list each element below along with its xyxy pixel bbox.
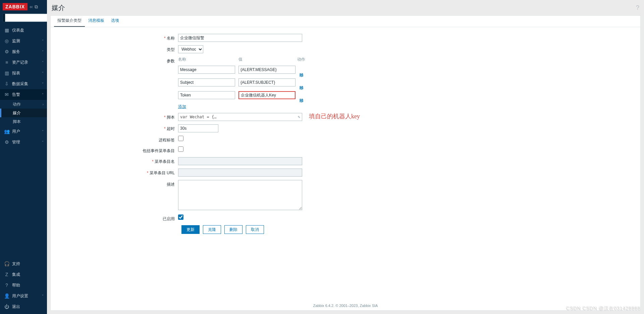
nav-item[interactable]: ▥报表˅ — [0, 68, 47, 78]
nav-label: 告警 — [12, 92, 20, 98]
add-param-link[interactable]: 添加 — [178, 104, 186, 109]
brand-logo[interactable]: ZABBIX — [3, 3, 28, 10]
cancel-button[interactable]: 取消 — [246, 225, 264, 234]
collapse-icon[interactable]: ‹‹ — [30, 4, 33, 9]
nav-icon: 👤 — [3, 293, 10, 299]
content-box: 报警媒介类型消息模板选项 名称 类型 Webhook 参数 名称 值 — [50, 15, 641, 311]
timeout-input[interactable] — [178, 124, 218, 132]
nav-icon: ▦ — [3, 27, 10, 33]
nav-label: 资产记录 — [12, 60, 28, 65]
nav-bottom-item[interactable]: Z集成 — [0, 269, 47, 280]
param-name-input[interactable] — [178, 91, 235, 99]
chevron-icon: ˅ — [42, 71, 44, 75]
label-name: 名称 — [54, 34, 178, 42]
nav-item[interactable]: ⚙服务˅ — [0, 46, 47, 57]
nav-item[interactable]: ⚙管理˅ — [0, 137, 47, 147]
param-value-input[interactable] — [238, 91, 296, 99]
nav-icon: ? — [3, 282, 10, 288]
nav-label: 集成 — [12, 272, 20, 277]
param-value-input[interactable] — [238, 78, 296, 86]
annotation-text: 填自己的机器人key — [309, 112, 360, 120]
nav-item[interactable]: ≡资产记录˅ — [0, 57, 47, 68]
enabled-checkbox[interactable] — [178, 214, 183, 220]
nav-item[interactable]: ◎监测˅ — [0, 36, 47, 46]
nav-item[interactable]: ✉告警˄ — [0, 89, 47, 100]
label-script: 脚本 — [54, 113, 178, 121]
chevron-icon: ˅ — [42, 130, 44, 133]
clone-button[interactable]: 克隆 — [203, 225, 221, 234]
tab[interactable]: 消息模板 — [85, 15, 108, 27]
nav-sub-item[interactable]: 脚本 — [0, 117, 47, 126]
nav-icon: 🎧 — [3, 261, 10, 266]
sidebar-top: ZABBIX ‹‹ ⧉ — [0, 0, 47, 13]
sidebar-search[interactable]: 🔍 — [3, 13, 44, 22]
label-include-menu: 包括事件菜单条目 — [54, 146, 178, 154]
chevron-icon: ˅ — [42, 50, 44, 54]
nav-label: 支持 — [12, 261, 20, 267]
page-title: 媒介 — [52, 3, 65, 12]
chevron-icon: ˅ — [42, 39, 44, 43]
nav-sub-item[interactable]: 媒介 — [0, 109, 47, 117]
nav-label: 管理 — [12, 139, 20, 145]
type-select[interactable]: Webhook — [178, 45, 203, 53]
desc-textarea[interactable] — [178, 180, 302, 210]
edit-script-icon[interactable]: ✎ — [298, 115, 300, 119]
chevron-icon: ˅ — [42, 61, 44, 64]
delete-button[interactable]: 删除 — [224, 225, 243, 234]
help-icon[interactable]: ? — [636, 4, 639, 11]
nav-label: 数据采集 — [12, 81, 28, 87]
label-proctag: 进程标签 — [54, 136, 178, 143]
nav-item[interactable]: ▦仪表盘 — [0, 25, 47, 36]
nav-bottom-item[interactable]: ⏻退出 — [0, 301, 47, 312]
nav-icon: ⚙ — [3, 139, 10, 145]
param-name-input[interactable] — [178, 78, 235, 86]
nav-bottom-item[interactable]: 🎧支持 — [0, 258, 47, 269]
chevron-icon: ˅ — [42, 82, 44, 86]
label-desc: 描述 — [54, 180, 178, 211]
menu-icon[interactable]: ⧉ — [35, 4, 38, 10]
param-row: 移除 — [178, 66, 307, 74]
watermark: CSDN CSDN @汉在031428868 — [567, 306, 641, 312]
nav-icon: ▥ — [3, 70, 10, 76]
sidebar: ZABBIX ‹‹ ⧉ 🔍 ▦仪表盘◎监测˅⚙服务˅≡资产记录˅▥报表˅⇩数据采… — [0, 0, 47, 314]
include-menu-checkbox[interactable] — [178, 146, 183, 152]
param-name-input[interactable] — [178, 66, 235, 74]
nav-icon: 👥 — [3, 129, 10, 134]
menu-url-input — [178, 169, 302, 177]
label-menu-url: 菜单条目 URL — [54, 169, 178, 177]
nav-bottom-item[interactable]: ?帮助 — [0, 280, 47, 291]
proctag-checkbox[interactable] — [178, 136, 183, 141]
nav-bottom-item[interactable]: 👤用户设置˅ — [0, 291, 47, 301]
param-value-input[interactable] — [238, 66, 296, 74]
nav-item[interactable]: 👥用户˅ — [0, 126, 47, 137]
nav-icon: ◎ — [3, 38, 10, 44]
nav-item[interactable]: ⇩数据采集˅ — [0, 78, 47, 89]
nav-label: 用户 — [12, 129, 20, 134]
nav-label: 动作 — [13, 102, 21, 107]
chevron-icon: ˅ — [42, 140, 44, 144]
nav-icon: ⚙ — [3, 49, 10, 54]
nav-label: 服务 — [12, 49, 20, 55]
nav-sub-item[interactable]: 动作› — [0, 100, 47, 109]
nav-label: 报表 — [12, 70, 20, 76]
nav-label: 监测 — [12, 38, 20, 44]
nav-icon: Z — [3, 272, 10, 277]
script-input[interactable]: var Wechat = {… ✎ — [178, 113, 302, 121]
tab[interactable]: 选项 — [108, 15, 122, 27]
label-type: 类型 — [54, 45, 178, 53]
nav-icon: ⏻ — [3, 304, 10, 309]
nav-icon: ≡ — [3, 60, 10, 65]
tab[interactable]: 报警媒介类型 — [54, 15, 85, 27]
media-form: 名称 类型 Webhook 参数 名称 值 动作 移除移除移 — [51, 27, 640, 241]
nav-label: 用户设置 — [12, 293, 28, 299]
nav-label: 媒介 — [13, 110, 21, 116]
nav-label: 帮助 — [12, 282, 20, 288]
nav-label: 脚本 — [13, 119, 21, 125]
update-button[interactable]: 更新 — [181, 225, 200, 234]
label-timeout: 超时 — [54, 124, 178, 132]
page-header: 媒介 ? — [47, 0, 644, 15]
footer: Zabbix 6.4.2. © 2001–2023, Zabbix SIA — [51, 304, 640, 308]
param-header: 名称 值 动作 — [178, 57, 307, 62]
main: 媒介 ? 报警媒介类型消息模板选项 名称 类型 Webhook 参数 — [47, 0, 644, 314]
name-input[interactable] — [178, 34, 302, 42]
